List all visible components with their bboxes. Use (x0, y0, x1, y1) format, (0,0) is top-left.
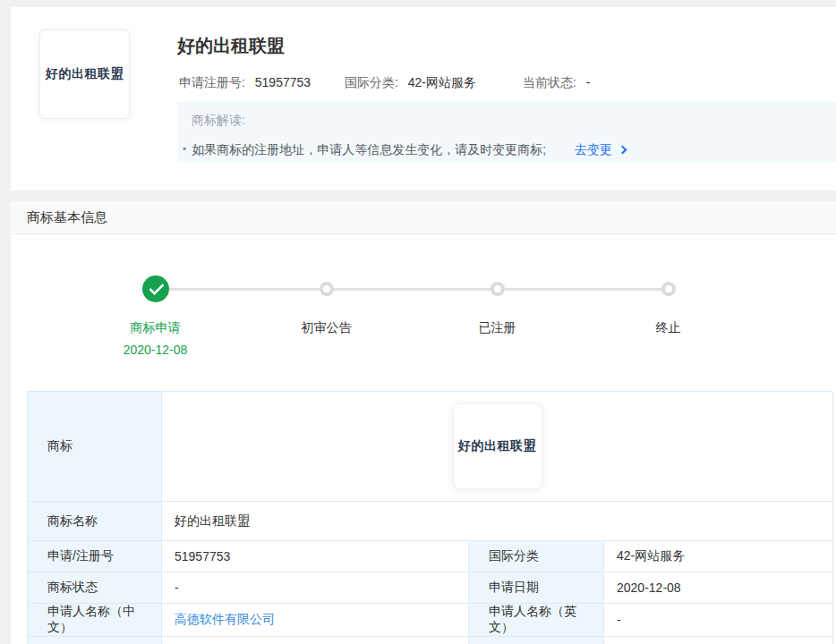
trademark-status-stepper: 商标申请 2020-12-08 初审公告 已注册 终止 (70, 275, 754, 378)
step-preliminary-publication: 初审公告 (241, 275, 412, 357)
step-pending-circle-icon (661, 282, 676, 296)
step-application: 商标申请 2020-12-08 (70, 275, 241, 357)
basic-info-card: 商标基本信息 商标申请 2020-12-08 初审公告 已注册 终止 (11, 201, 836, 644)
meta-intl-class-label: 国际分类: (345, 75, 398, 89)
table-row-applicant: 申请人名称（中文） 高德软件有限公司 申请人名称（英文） - (28, 604, 833, 637)
trademark-thumbnail: 好的出租联盟 (39, 30, 130, 119)
bullet-icon: • (183, 143, 186, 156)
table-row-cutoff (28, 637, 833, 644)
step-done-check-icon (142, 275, 169, 302)
applicant-cn-cell: 高德软件有限公司 (162, 604, 469, 637)
applicant-en-value: - (604, 604, 833, 637)
table-row-mark: 商标 好的出租联盟 (28, 392, 833, 502)
trademark-title: 好的出租联盟 (177, 34, 285, 58)
trademark-thumbnail-text: 好的出租联盟 (46, 66, 124, 82)
notice-heading: 商标解读: (192, 113, 245, 129)
basic-info-table: 商标 好的出租联盟 商标名称 好的出租联盟 申请/注册号 51957753 国际… (27, 391, 833, 644)
meta-intl-class-value: 42-网站服务 (408, 75, 476, 89)
chevron-right-icon (618, 146, 627, 155)
intl-class-label: 国际分类 (469, 541, 604, 572)
meta-current-status: 当前状态: - (523, 75, 590, 91)
step-preliminary-publication-label: 初审公告 (302, 320, 352, 336)
name-value: 好的出租联盟 (162, 502, 833, 541)
app-number-value: 51957753 (162, 541, 469, 572)
app-number-label: 申请/注册号 (28, 541, 162, 572)
step-application-date: 2020-12-08 (124, 343, 188, 357)
step-terminated: 终止 (583, 275, 754, 357)
apply-date-label: 申请日期 (469, 572, 604, 604)
meta-registration-number-label: 申请注册号: (179, 75, 245, 89)
notice-item-text: 如果商标的注册地址，申请人等信息发生变化，请及时变更商标; (192, 142, 546, 157)
trademark-notice-box: 商标解读: •如果商标的注册地址，申请人等信息发生变化，请及时变更商标;去变更 (177, 101, 836, 163)
mark-label: 商标 (28, 392, 162, 502)
applicant-cn-label: 申请人名称（中文） (28, 604, 162, 637)
meta-registration-number: 申请注册号: 51957753 (179, 75, 311, 91)
mark-status-label: 商标状态 (28, 572, 162, 604)
trademark-image-text: 好的出租联盟 (458, 438, 536, 454)
applicant-company-link[interactable]: 高德软件有限公司 (175, 612, 275, 626)
apply-date-value: 2020-12-08 (604, 572, 833, 604)
mark-image-cell: 好的出租联盟 (162, 392, 833, 502)
applicant-en-label: 申请人名称（英文） (469, 604, 604, 637)
meta-intl-class: 国际分类: 42-网站服务 (345, 75, 476, 91)
trademark-summary-card: 好的出租联盟 好的出租联盟 申请注册号: 51957753 国际分类: 42-网… (11, 7, 836, 191)
trademark-image: 好的出租联盟 (453, 403, 542, 489)
meta-registration-number-value: 51957753 (255, 75, 311, 89)
name-label: 商标名称 (28, 502, 162, 541)
notice-item: •如果商标的注册地址，申请人等信息发生变化，请及时变更商标;去变更 (183, 142, 626, 158)
go-change-link[interactable]: 去变更 (575, 142, 612, 157)
table-row-number-class: 申请/注册号 51957753 国际分类 42-网站服务 (28, 541, 833, 572)
step-pending-circle-icon (491, 282, 505, 296)
step-registered-label: 已注册 (479, 320, 516, 336)
step-terminated-label: 终止 (656, 320, 681, 336)
step-registered: 已注册 (412, 275, 583, 357)
intl-class-value: 42-网站服务 (604, 541, 833, 572)
table-row-status-date: 商标状态 - 申请日期 2020-12-08 (28, 572, 833, 604)
mark-status-value: - (162, 572, 469, 604)
meta-current-status-label: 当前状态: (523, 75, 576, 89)
step-application-label: 商标申请 (131, 320, 181, 336)
section-title: 商标基本信息 (11, 201, 836, 234)
step-pending-circle-icon (320, 282, 334, 296)
meta-current-status-value: - (586, 75, 591, 89)
table-row-name: 商标名称 好的出租联盟 (28, 502, 833, 541)
